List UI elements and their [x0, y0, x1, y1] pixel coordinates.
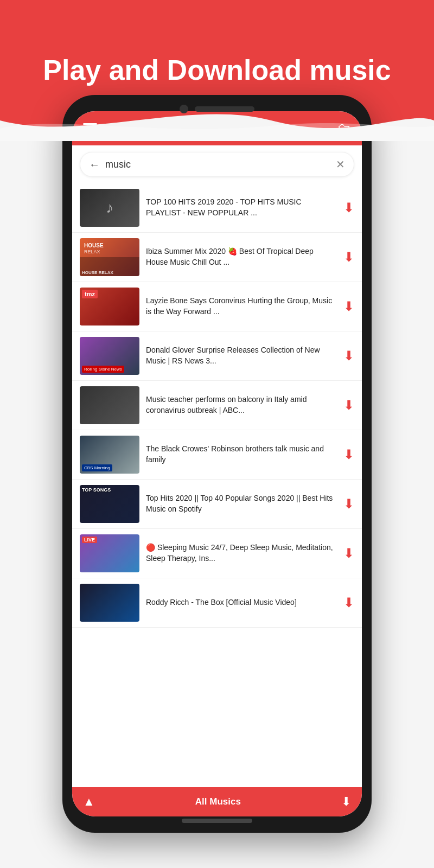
search-bar: ← ✕ [80, 152, 354, 177]
list-item[interactable]: Roddy Ricch - The Box [Official Music Vi… [72, 578, 362, 628]
download-icon[interactable]: ⬇ [343, 546, 354, 561]
banner-title: Play and Download music [21, 54, 412, 87]
download-icon[interactable]: ⬇ [343, 200, 354, 215]
thumbnail: tmz [80, 288, 139, 326]
download-icon[interactable]: ⬇ [343, 595, 354, 610]
chevron-up-icon[interactable]: ▲ [83, 795, 95, 809]
thumbnail [80, 386, 139, 424]
result-title: TOP 100 HITS 2019 2020 - TOP HITS MUSIC … [146, 197, 337, 218]
result-title: 🔴 Sleeping Music 24/7, Deep Sleep Music,… [146, 542, 337, 564]
list-item[interactable]: LIVE 🔴 Sleeping Music 24/7, Deep Sleep M… [72, 529, 362, 578]
result-title: Roddy Ricch - The Box [Official Music Vi… [146, 597, 337, 608]
list-item[interactable]: TOP SONGS Top Hits 2020 || Top 40 Popula… [72, 480, 362, 529]
list-item[interactable]: tmz Layzie Bone Says Coronvirus Hurting … [72, 282, 362, 331]
thumbnail: ♪ [80, 189, 139, 227]
phone-frame: TubePlay 🗂 ← ✕ ♪ TOP 100 HITS 2019 2020 … [62, 95, 372, 833]
phone-screen: TubePlay 🗂 ← ✕ ♪ TOP 100 HITS 2019 2020 … [72, 111, 362, 816]
download-icon[interactable]: ⬇ [343, 496, 354, 512]
list-item[interactable]: CBS Morning The Black Crowes' Robinson b… [72, 430, 362, 480]
thumbnail: CBS Morning [80, 436, 139, 474]
list-item[interactable]: Rolling Stone News Donald Glover Surpris… [72, 331, 362, 381]
thumbnail [80, 584, 139, 622]
download-icon[interactable]: ⬇ [343, 299, 354, 314]
result-title: Donald Glover Surprise Releases Collecti… [146, 345, 337, 366]
result-title: Music teacher performs on balcony in Ita… [146, 394, 337, 416]
thumbnail: Rolling Stone News [80, 337, 139, 375]
result-title: The Black Crowes' Robinson brothers talk… [146, 444, 337, 465]
search-input[interactable] [105, 159, 330, 170]
bottom-bar: ▲ All Musics ⬇ [72, 787, 362, 816]
back-arrow-icon[interactable]: ← [89, 158, 100, 171]
thumbnail: HOUSE RELAX HOUSE RELAX [80, 238, 139, 276]
clear-search-icon[interactable]: ✕ [336, 158, 345, 171]
result-title: Ibiza Summer Mix 2020 🍓 Best Of Tropical… [146, 246, 337, 267]
download-all-icon[interactable]: ⬇ [341, 795, 351, 809]
phone-bottom-bar [182, 819, 252, 823]
download-icon[interactable]: ⬇ [343, 250, 354, 265]
download-icon[interactable]: ⬇ [343, 447, 354, 462]
download-icon[interactable]: ⬇ [343, 348, 354, 363]
result-title: Top Hits 2020 || Top 40 Popular Songs 20… [146, 493, 337, 514]
all-musics-label: All Musics [195, 796, 241, 807]
result-title: Layzie Bone Says Coronvirus Hurting the … [146, 296, 337, 317]
results-list: ♪ TOP 100 HITS 2019 2020 - TOP HITS MUSI… [72, 183, 362, 787]
download-icon[interactable]: ⬇ [343, 398, 354, 413]
list-item[interactable]: ♪ TOP 100 HITS 2019 2020 - TOP HITS MUSI… [72, 183, 362, 233]
thumbnail: LIVE [80, 534, 139, 572]
list-item[interactable]: Music teacher performs on balcony in Ita… [72, 381, 362, 430]
banner: Play and Download music [0, 0, 434, 141]
list-item[interactable]: HOUSE RELAX HOUSE RELAX Ibiza Summer Mix… [72, 233, 362, 282]
thumbnail: TOP SONGS [80, 485, 139, 523]
